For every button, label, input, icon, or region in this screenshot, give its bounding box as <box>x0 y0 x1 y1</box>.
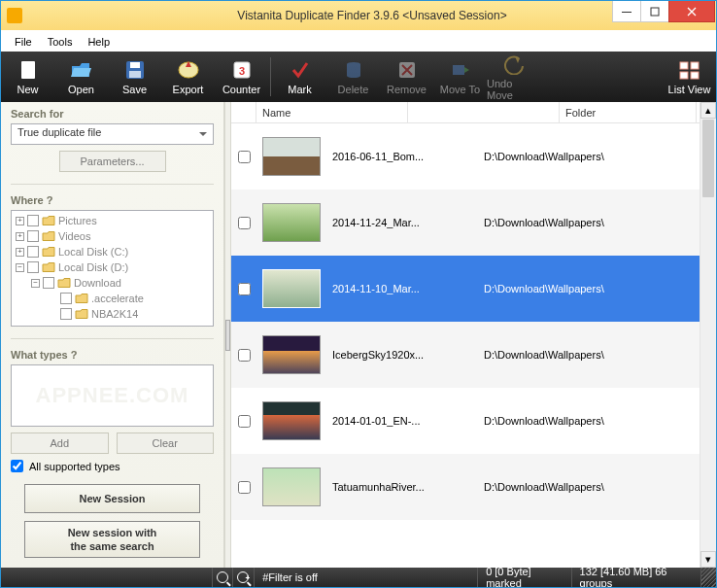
vertical-scrollbar[interactable]: ▴ ▾ <box>700 102 716 568</box>
all-supported-checkbox[interactable] <box>11 460 23 472</box>
menu-tools[interactable]: Tools <box>40 34 81 50</box>
clear-types-button[interactable]: Clear <box>117 432 215 454</box>
tree-item[interactable]: NBA2K14 <box>14 306 211 322</box>
tree-checkbox[interactable] <box>27 246 39 258</box>
result-row[interactable]: 2014-11-24_Mar...D:\Download\Wallpapers\ <box>231 190 716 256</box>
status-filter[interactable]: #Filter is off <box>255 568 478 587</box>
tool-moveto-label: Move To <box>440 84 480 95</box>
tool-counter[interactable]: 3 Counter <box>215 52 268 102</box>
row-checkbox[interactable] <box>238 415 251 428</box>
tool-undomove-label: Undo Move <box>487 78 540 101</box>
tree-item-label: Pictures <box>58 215 97 226</box>
result-row[interactable]: TatuamunhaRiver...D:\Download\Wallpapers… <box>231 454 716 520</box>
tree-checkbox[interactable] <box>27 261 39 273</box>
row-filename: 2014-01-01_EN-... <box>326 415 478 427</box>
status-marked: 0 [0 Byte] marked <box>478 568 571 587</box>
tool-delete-label: Delete <box>338 84 369 95</box>
mark-icon <box>288 58 313 82</box>
parameters-button[interactable]: Parameters... <box>59 151 166 172</box>
tool-export[interactable]: Export <box>161 52 215 102</box>
svg-text:3: 3 <box>238 65 244 77</box>
tree-item[interactable]: −Local Disk (D:) <box>14 259 211 275</box>
col-checkbox[interactable] <box>231 102 256 122</box>
tree-item[interactable]: +Videos <box>14 228 211 244</box>
new-session-same-button[interactable]: New session withthe same search <box>24 521 200 558</box>
row-checkbox[interactable] <box>238 217 251 229</box>
search-type-select[interactable]: True duplicate file <box>11 123 214 145</box>
svg-rect-5 <box>129 71 141 78</box>
moveto-icon <box>448 58 473 82</box>
scroll-up-icon[interactable]: ▴ <box>700 102 716 119</box>
status-zoom-in[interactable]: + <box>233 568 255 587</box>
tree-expander-icon[interactable]: − <box>31 279 40 288</box>
tree-checkbox[interactable] <box>60 308 72 320</box>
tree-item[interactable]: .accelerate <box>14 291 211 306</box>
results-panel: Name Folder S 2016-06-11_Bom...D:\Downlo… <box>231 102 716 568</box>
tool-open[interactable]: Open <box>54 52 108 102</box>
tool-undomove[interactable]: Undo Move <box>487 52 540 102</box>
tree-item-label: Download <box>74 277 121 289</box>
result-row[interactable]: 2016-06-11_Bom...D:\Download\Wallpapers\ <box>231 123 716 190</box>
menu-help[interactable]: Help <box>80 34 118 50</box>
tree-item-label: NBA2K14 <box>91 308 138 320</box>
tree-checkbox[interactable] <box>27 215 39 226</box>
tool-save[interactable]: Save <box>108 52 161 102</box>
col-name[interactable]: Name <box>256 102 408 122</box>
tool-save-label: Save <box>122 84 147 95</box>
tree-item[interactable]: +Pictures <box>14 213 211 228</box>
thumbnail <box>262 137 321 176</box>
scroll-down-icon[interactable]: ▾ <box>700 551 716 568</box>
col-folder[interactable]: Folder <box>560 102 697 122</box>
tool-delete[interactable]: Delete <box>326 52 380 102</box>
tool-moveto[interactable]: Move To <box>433 52 487 102</box>
scroll-thumb[interactable] <box>702 120 714 197</box>
menu-file[interactable]: File <box>7 34 40 50</box>
result-row[interactable]: 2014-01-01_EN-...D:\Download\Wallpapers\ <box>231 388 716 454</box>
tree-checkbox[interactable] <box>27 230 39 242</box>
tree-item[interactable]: −Download <box>14 275 211 291</box>
tool-mark-label: Mark <box>288 84 311 95</box>
row-checkbox[interactable] <box>238 481 251 494</box>
close-button[interactable] <box>668 1 715 22</box>
splitter-grip-icon <box>225 320 230 351</box>
toolbar: New Open Save Export 3 Counter Mark Dele… <box>1 52 716 102</box>
status-bar: + #Filter is off 0 [0 Byte] marked 132 [… <box>1 568 716 587</box>
tree-expander-icon[interactable]: − <box>16 263 24 272</box>
tool-new[interactable]: New <box>1 52 54 102</box>
row-folder: D:\Download\Wallpapers\ <box>478 481 716 493</box>
result-row[interactable]: IcebergSky1920x...D:\Download\Wallpapers… <box>231 322 716 388</box>
result-row[interactable]: 2014-11-10_Mar...D:\Download\Wallpapers\ <box>231 256 716 322</box>
thumbnail <box>262 335 321 374</box>
row-checkbox[interactable] <box>238 349 251 362</box>
tree-expander-icon[interactable]: + <box>16 248 24 257</box>
tree-checkbox[interactable] <box>60 293 72 304</box>
folder-tree[interactable]: +Pictures+Videos+Local Disk (C:)−Local D… <box>11 210 214 327</box>
row-folder: D:\Download\Wallpapers\ <box>478 415 716 427</box>
types-list[interactable]: APPNEE.COM <box>11 364 214 427</box>
tree-expander-icon[interactable]: + <box>16 217 24 225</box>
tree-item[interactable]: +Local Disk (C:) <box>14 244 211 259</box>
maximize-button[interactable] <box>640 1 669 22</box>
new-session-button[interactable]: New Session <box>24 484 200 513</box>
col-name-spacer[interactable] <box>408 102 560 122</box>
row-filename: 2016-06-11_Bom... <box>326 151 478 162</box>
row-checkbox[interactable] <box>238 283 251 295</box>
row-checkbox[interactable] <box>238 151 251 163</box>
thumbnail <box>262 203 321 242</box>
tool-remove[interactable]: Remove <box>380 52 433 102</box>
tool-export-label: Export <box>173 84 204 95</box>
tool-listview[interactable]: List View <box>663 52 716 102</box>
svg-rect-15 <box>691 72 699 79</box>
tree-checkbox[interactable] <box>43 277 54 289</box>
tree-expander-icon[interactable]: + <box>16 232 24 241</box>
resize-grip-icon[interactable] <box>701 568 716 587</box>
minimize-button[interactable] <box>612 1 641 22</box>
tool-open-label: Open <box>68 84 94 95</box>
panel-splitter[interactable] <box>224 102 231 568</box>
window-controls <box>613 1 715 22</box>
watermark: APPNEE.COM <box>12 383 213 408</box>
add-type-button[interactable]: Add <box>11 432 109 454</box>
tool-mark[interactable]: Mark <box>273 52 326 102</box>
status-zoom-out[interactable] <box>213 568 233 587</box>
tree-item-label: Local Disk (C:) <box>58 246 128 258</box>
